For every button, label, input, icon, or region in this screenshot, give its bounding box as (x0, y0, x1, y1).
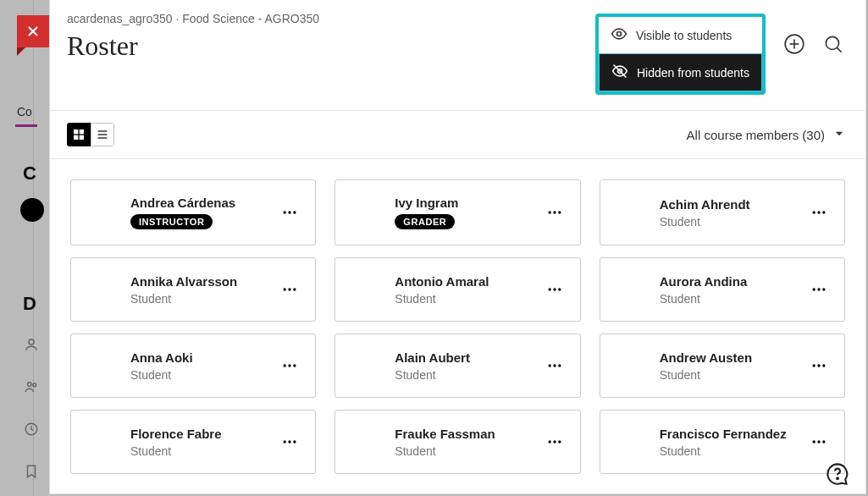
svg-rect-14 (74, 135, 78, 140)
member-name: Alain Aubert (395, 350, 539, 365)
svg-point-47 (289, 440, 291, 443)
svg-point-41 (553, 364, 556, 366)
roster-panel: acardenas_agro350 · Food Science - AGRO3… (49, 0, 866, 494)
svg-point-45 (822, 364, 825, 366)
close-button[interactable] (17, 15, 49, 47)
more-options-button[interactable] (539, 427, 570, 457)
eye-off-icon (611, 63, 628, 82)
member-name: Francisco Fernandez (660, 427, 804, 441)
svg-point-42 (558, 364, 561, 366)
more-options-button[interactable] (274, 197, 305, 228)
svg-point-29 (289, 288, 291, 290)
roster-card[interactable]: Andrea CárdenasINSTRUCTOR (70, 179, 316, 245)
svg-point-53 (817, 440, 820, 443)
svg-point-49 (548, 440, 550, 443)
roster-card[interactable]: Anna AokiStudent (70, 333, 316, 398)
svg-point-33 (558, 288, 561, 290)
svg-point-40 (548, 364, 550, 366)
svg-point-10 (826, 36, 838, 49)
more-options-button[interactable] (539, 197, 570, 228)
roster-card[interactable]: Annika AlvarssonStudent (70, 257, 316, 322)
roster-card[interactable]: Achim AhrendtStudent (600, 179, 845, 245)
roster-card[interactable]: Francisco FernandezStudent (600, 410, 845, 474)
visibility-label: Visible to students (636, 29, 732, 42)
svg-point-55 (837, 477, 838, 479)
visibility-toggle: Visible to students Hidden from students (595, 14, 766, 95)
svg-point-54 (822, 440, 825, 443)
eye-icon (611, 25, 628, 45)
member-role: Student (660, 444, 804, 458)
svg-point-43 (813, 364, 815, 366)
help-button[interactable] (825, 461, 850, 487)
member-name: Ivy Ingram (395, 196, 539, 210)
grid-view-button[interactable] (67, 123, 91, 146)
svg-point-23 (553, 211, 556, 213)
roster-card[interactable]: Aurora AndinaStudent (600, 257, 845, 322)
member-role: Student (395, 368, 539, 382)
svg-point-26 (817, 211, 820, 213)
member-name: Achim Ahrendt (660, 197, 804, 212)
svg-line-11 (837, 47, 841, 52)
member-role: Student (130, 368, 274, 382)
member-name: Anna Aoki (130, 350, 274, 365)
more-options-button[interactable] (539, 350, 570, 381)
hidden-from-students-option[interactable]: Hidden from students (599, 53, 762, 91)
member-name: Andrew Austen (660, 350, 804, 365)
more-options-button[interactable] (804, 427, 834, 457)
svg-point-36 (822, 288, 825, 290)
more-options-button[interactable] (274, 350, 305, 381)
svg-point-44 (817, 364, 820, 366)
member-role: Student (395, 444, 539, 458)
more-options-button[interactable] (804, 350, 834, 381)
svg-point-30 (293, 288, 296, 290)
list-view-button[interactable] (91, 123, 114, 146)
svg-point-31 (548, 288, 550, 290)
svg-point-46 (284, 440, 286, 443)
svg-point-22 (548, 211, 550, 213)
visibility-label: Hidden from students (637, 66, 749, 80)
breadcrumb: acardenas_agro350 · Food Science - AGRO3… (67, 12, 595, 25)
roster-card[interactable]: Alain AubertStudent (334, 333, 580, 398)
svg-point-27 (822, 211, 825, 213)
svg-point-19 (284, 211, 286, 213)
svg-point-34 (813, 288, 815, 290)
svg-rect-13 (80, 130, 84, 134)
filter-dropdown[interactable]: All course members (30) (687, 128, 845, 142)
svg-rect-12 (74, 130, 78, 134)
member-name: Annika Alvarsson (130, 274, 274, 289)
more-options-button[interactable] (539, 274, 570, 305)
roster-card[interactable]: Frauke FassmanStudent (334, 410, 580, 474)
svg-point-32 (553, 288, 556, 290)
role-badge: INSTRUCTOR (130, 214, 213, 229)
roster-card[interactable]: Andrew AustenStudent (600, 333, 845, 398)
svg-point-39 (293, 364, 296, 366)
svg-point-24 (558, 211, 561, 213)
visible-to-students-option[interactable]: Visible to students (599, 17, 762, 53)
svg-point-48 (293, 440, 296, 443)
svg-point-21 (293, 211, 296, 213)
svg-point-25 (813, 211, 815, 213)
svg-point-38 (289, 364, 291, 366)
member-name: Frauke Fassman (395, 427, 539, 441)
svg-rect-15 (80, 135, 84, 140)
svg-point-35 (817, 288, 820, 290)
roster-card[interactable]: Florence FabreStudent (70, 410, 316, 474)
search-button[interactable] (821, 32, 845, 56)
add-button[interactable] (782, 32, 806, 56)
member-name: Aurora Andina (660, 274, 804, 289)
more-options-button[interactable] (274, 427, 305, 457)
roster-card[interactable]: Antonio AmaralStudent (334, 257, 580, 322)
filter-label: All course members (30) (687, 128, 825, 142)
chevron-down-icon (833, 128, 845, 142)
member-role: Student (660, 292, 804, 306)
more-options-button[interactable] (274, 274, 305, 305)
more-options-button[interactable] (804, 197, 834, 228)
role-badge: GRADER (395, 214, 455, 229)
svg-point-50 (553, 440, 556, 443)
roster-card[interactable]: Ivy IngramGRADER (334, 179, 580, 245)
member-name: Andrea Cárdenas (130, 196, 274, 210)
member-name: Florence Fabre (130, 427, 274, 441)
svg-point-4 (616, 32, 621, 36)
page-title: Roster (67, 30, 595, 62)
more-options-button[interactable] (804, 274, 834, 305)
